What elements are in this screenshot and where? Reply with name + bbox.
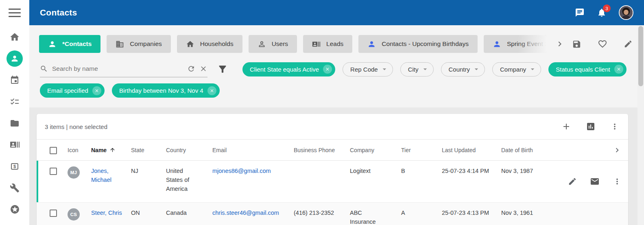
tab-households[interactable]: Households bbox=[177, 35, 242, 53]
cell-tier: A bbox=[396, 203, 437, 217]
chevron-down-icon bbox=[472, 65, 480, 73]
scroll-columns-right-icon[interactable] bbox=[613, 146, 622, 155]
building-icon bbox=[116, 40, 124, 48]
user-avatar[interactable] bbox=[619, 5, 633, 20]
email-icon[interactable] bbox=[590, 177, 600, 186]
sidebar-item-tasks[interactable] bbox=[0, 91, 29, 112]
tab-label: Leads bbox=[326, 40, 343, 48]
column-header-state[interactable]: State bbox=[126, 147, 161, 153]
tab-label: *Contacts bbox=[62, 40, 92, 48]
sidebar-item-leads[interactable] bbox=[0, 134, 29, 155]
column-header-tier[interactable]: Tier bbox=[396, 147, 437, 153]
sidebar-item-tools[interactable] bbox=[0, 177, 29, 199]
cell-state: NJ bbox=[126, 161, 161, 175]
filter-chip-client-state[interactable]: Client State equals Active bbox=[242, 62, 335, 76]
tab-users[interactable]: Users bbox=[249, 35, 297, 53]
table-row[interactable]: CS Steer, Chris ON Canada chris.steer46@… bbox=[37, 202, 628, 225]
sidebar-item-favorites[interactable] bbox=[0, 199, 29, 220]
column-header-country[interactable]: Country bbox=[161, 147, 207, 153]
chip-label: Company bbox=[500, 66, 526, 73]
remove-filter-icon[interactable] bbox=[614, 65, 623, 74]
add-icon[interactable] bbox=[561, 122, 571, 131]
filter-chip-status[interactable]: Status equals Client bbox=[548, 62, 626, 76]
column-header-name[interactable]: Name bbox=[86, 147, 126, 153]
column-header-last-updated[interactable]: Last Updated bbox=[437, 147, 496, 153]
filter-chip-email-specified[interactable]: Email specified bbox=[40, 83, 105, 98]
filter-chip-birthday[interactable]: Birthday between Nov 3, Nov 4 bbox=[112, 83, 220, 98]
results-section: 3 items | none selected Icon Name State … bbox=[29, 107, 644, 225]
notifications-icon[interactable]: 3 bbox=[597, 8, 607, 17]
search-icon bbox=[40, 65, 48, 73]
tools-icon bbox=[10, 183, 20, 193]
cell-country: United States of America bbox=[166, 166, 199, 193]
sidebar-item-folder[interactable] bbox=[0, 112, 29, 134]
column-header-date-of-birth[interactable]: Date of Birth bbox=[496, 147, 557, 153]
contact-name-link[interactable]: Steer, Chris bbox=[91, 208, 122, 217]
search-box bbox=[40, 61, 207, 77]
row-checkbox[interactable] bbox=[50, 210, 57, 217]
tab-label: Contacts - Upcoming Birthdays bbox=[382, 40, 469, 48]
chevron-right-icon[interactable] bbox=[555, 39, 565, 49]
search-filter-row: Client State equals Active Rep Code City… bbox=[40, 61, 636, 77]
contact-email-link[interactable]: chris.steer46@gmail.com bbox=[212, 210, 279, 216]
tab-leads[interactable]: Leads bbox=[303, 35, 352, 53]
remove-filter-icon[interactable] bbox=[92, 86, 101, 95]
cell-state: ON bbox=[126, 203, 161, 217]
filter-icon[interactable] bbox=[217, 64, 228, 74]
filter-chip-country[interactable]: Country bbox=[441, 62, 485, 76]
contacts-icon bbox=[7, 50, 23, 67]
search-input[interactable] bbox=[52, 65, 183, 72]
person-icon bbox=[48, 40, 57, 48]
column-header-email[interactable]: Email bbox=[207, 147, 289, 153]
select-all-checkbox[interactable] bbox=[50, 147, 57, 154]
cell-company: Logitext bbox=[350, 166, 371, 175]
contact-name-link[interactable]: Jones, Michael bbox=[91, 166, 126, 184]
sidebar-item-contacts[interactable] bbox=[0, 48, 29, 69]
left-sidebar: $ bbox=[0, 0, 29, 225]
table-row[interactable]: MJ Jones, Michael NJ United States of Am… bbox=[37, 161, 628, 202]
tab-upcoming-birthdays[interactable]: Contacts - Upcoming Birthdays bbox=[358, 35, 478, 53]
favorite-icon[interactable] bbox=[598, 39, 607, 49]
view-tabs: *Contacts Companies Households Users Lea… bbox=[39, 35, 633, 53]
tab-contacts[interactable]: *Contacts bbox=[39, 35, 100, 53]
more-vert-icon[interactable] bbox=[610, 122, 619, 131]
selection-summary: 3 items | none selected bbox=[45, 123, 107, 130]
more-vert-icon[interactable] bbox=[613, 177, 622, 186]
tab-companies[interactable]: Companies bbox=[107, 35, 170, 53]
svg-text:$: $ bbox=[13, 164, 16, 169]
house-icon bbox=[186, 40, 194, 48]
scrollbar-thumb[interactable] bbox=[638, 26, 643, 86]
sidebar-item-calendar[interactable] bbox=[0, 69, 29, 91]
tab-label: Households bbox=[200, 40, 234, 48]
contact-email-link[interactable]: mjones86@gmail.com bbox=[212, 168, 271, 174]
menu-icon[interactable] bbox=[9, 9, 21, 17]
clear-icon[interactable] bbox=[199, 65, 207, 73]
column-header-business-phone[interactable]: Business Phone bbox=[289, 147, 345, 153]
filter-panel: *Contacts Companies Households Users Lea… bbox=[29, 25, 644, 107]
chip-label: Email specified bbox=[47, 87, 88, 94]
chart-icon[interactable] bbox=[586, 122, 596, 131]
sidebar-item-billing[interactable]: $ bbox=[0, 155, 29, 177]
column-header-company[interactable]: Company bbox=[345, 147, 396, 153]
sidebar-item-home[interactable] bbox=[0, 26, 29, 48]
row-checkbox[interactable] bbox=[50, 168, 57, 175]
remove-filter-icon[interactable] bbox=[323, 65, 332, 74]
filter-chips-row2: Email specified Birthday between Nov 3, … bbox=[40, 83, 220, 98]
filter-chip-rep-code[interactable]: Rep Code bbox=[343, 62, 393, 76]
refresh-icon[interactable] bbox=[187, 65, 195, 73]
filter-chip-city[interactable]: City bbox=[400, 62, 434, 76]
tab-label: Spring Event 2023 Me bbox=[507, 40, 546, 48]
chat-icon[interactable] bbox=[575, 8, 585, 17]
billing-icon: $ bbox=[10, 162, 20, 171]
chevron-down-icon bbox=[380, 65, 389, 73]
edit-icon[interactable] bbox=[624, 39, 633, 48]
tab-spring-event[interactable]: Spring Event 2023 Me bbox=[484, 35, 546, 53]
vertical-scrollbar[interactable] bbox=[637, 25, 644, 225]
remove-filter-icon[interactable] bbox=[207, 86, 216, 95]
column-header-icon[interactable]: Icon bbox=[63, 147, 86, 153]
avatar: CS bbox=[68, 208, 80, 221]
edit-icon[interactable] bbox=[568, 177, 577, 186]
avatar: MJ bbox=[68, 166, 80, 179]
save-icon[interactable] bbox=[572, 39, 581, 49]
filter-chip-company[interactable]: Company bbox=[492, 62, 541, 76]
